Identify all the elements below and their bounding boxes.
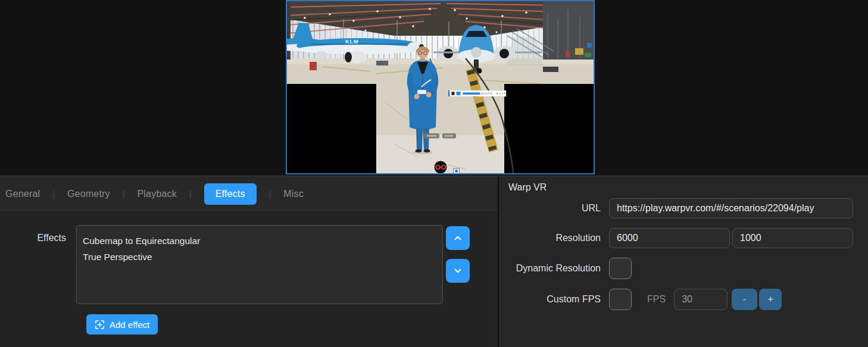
fps-decrement-button[interactable]: - — [732, 289, 757, 310]
fps-label: FPS — [647, 294, 666, 305]
tab-misc[interactable]: Misc — [283, 189, 304, 199]
move-down-button[interactable] — [446, 259, 470, 283]
resolution-height-input[interactable] — [732, 228, 853, 248]
letterbox-left — [287, 84, 376, 173]
tab-separator: | — [123, 189, 125, 199]
tab-separator: | — [189, 189, 192, 199]
url-input[interactable] — [609, 198, 853, 218]
app-window: KLM — [0, 0, 868, 347]
tab-separator: | — [269, 189, 271, 199]
add-effect-icon — [95, 320, 105, 330]
klm-logo-text: KLM — [345, 39, 359, 45]
tool-icon — [452, 92, 455, 95]
move-up-button[interactable] — [446, 226, 470, 250]
mini-widget-icon[interactable] — [454, 168, 460, 173]
custom-fps-checkbox[interactable] — [609, 289, 632, 310]
warp-vr-section: Warp VR URL Resolution Dynamic Resolutio… — [498, 176, 868, 347]
dynamic-resolution-label: Dynamic Resolution — [504, 263, 601, 274]
tab-effects[interactable]: Effects — [204, 183, 257, 205]
chevron-down-icon — [452, 265, 463, 276]
tab-general[interactable]: General — [5, 189, 40, 199]
video-frame-art: KLM — [287, 1, 594, 173]
custom-fps-label: Custom FPS — [504, 294, 601, 305]
warp-vr-title: Warp VR — [508, 182, 853, 193]
dynamic-resolution-checkbox[interactable] — [609, 258, 632, 279]
add-effect-button[interactable]: Add effect — [86, 314, 158, 335]
url-label: URL — [504, 203, 601, 214]
chevron-up-icon — [452, 233, 463, 243]
progress-bar-filled — [463, 92, 480, 95]
effects-list[interactable]: Cubemap to Equirectangular True Perspect… — [76, 225, 443, 304]
tab-geometry[interactable]: Geometry — [67, 189, 110, 199]
progress-bar-track — [480, 92, 493, 95]
settings-panel: General | Geometry | Playback | Effects … — [0, 176, 868, 347]
mini-player-toolbar[interactable] — [448, 90, 506, 96]
effects-section: General | Geometry | Playback | Effects … — [0, 176, 498, 347]
resolution-width-input[interactable] — [609, 228, 730, 248]
letterbox-right — [504, 84, 594, 173]
list-item[interactable]: Cubemap to Equirectangular — [83, 233, 436, 249]
list-item[interactable]: True Perspective — [83, 249, 436, 265]
tool-icon-blue — [457, 92, 461, 95]
fps-increment-button[interactable]: + — [759, 289, 782, 310]
video-stage: KLM — [0, 0, 868, 176]
tab-playback[interactable]: Playback — [137, 189, 177, 199]
add-effect-label: Add effect — [110, 320, 149, 330]
reorder-controls — [446, 225, 470, 304]
tab-bar: General | Geometry | Playback | Effects … — [0, 176, 498, 212]
effects-label: Effects — [0, 225, 76, 304]
fps-input[interactable] — [674, 289, 728, 310]
resolution-label: Resolution — [504, 233, 601, 243]
video-preview[interactable]: KLM — [286, 0, 595, 174]
tab-separator: | — [52, 189, 55, 199]
